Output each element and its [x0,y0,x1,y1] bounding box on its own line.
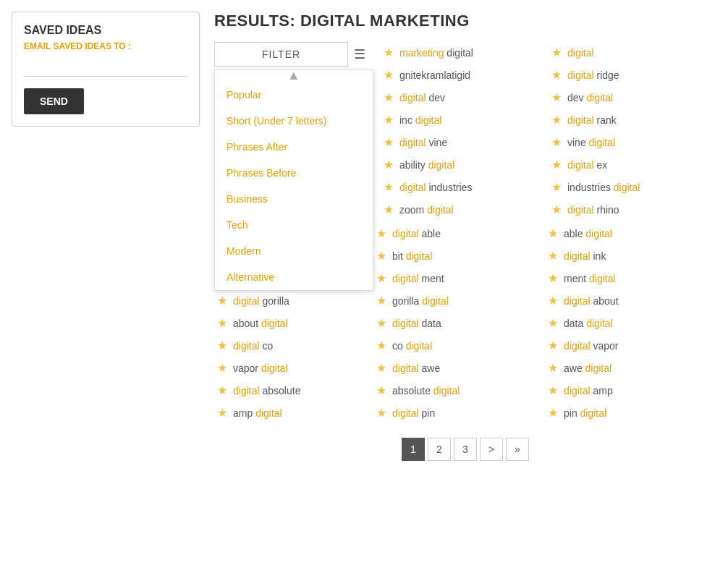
result-text: zoom digital [399,204,454,216]
page-button-next[interactable]: > [480,438,503,461]
page-button-last[interactable]: » [506,438,529,461]
result-text: amp digital [233,407,282,419]
list-item: ★ inc digital [381,109,549,130]
star-icon[interactable]: ★ [217,406,227,420]
filter-option-modern[interactable]: Modern [215,238,373,264]
list-item: ★ data digital [545,313,716,334]
star-icon[interactable]: ★ [384,46,394,59]
star-icon[interactable]: ★ [384,113,394,127]
star-icon[interactable]: ★ [376,316,386,330]
result-text: digital ment [392,273,444,284]
list-item: ★ digital industries [381,177,549,198]
star-icon[interactable]: ★ [376,294,386,307]
star-icon[interactable]: ★ [548,249,558,263]
star-icon[interactable]: ★ [548,361,558,375]
page-button-2[interactable]: 2 [428,438,451,461]
result-text: digital vapor [564,340,619,352]
result-text: ment digital [564,273,616,284]
star-icon[interactable]: ★ [376,249,386,263]
filter-option-phrases-after[interactable]: Phrases After [215,134,373,160]
star-icon[interactable]: ★ [548,383,558,397]
star-icon[interactable]: ★ [551,203,562,216]
star-icon[interactable]: ★ [376,271,386,285]
list-item: ★ bit digital [373,245,545,266]
star-icon[interactable]: ★ [384,158,394,171]
list-item: ★ digital rhino [549,199,716,220]
star-icon[interactable]: ★ [217,361,227,375]
star-icon[interactable]: ★ [548,226,558,240]
page-button-3[interactable]: 3 [454,438,477,461]
list-item: ★ vine digital [549,132,716,153]
result-text: about digital [233,318,288,329]
results-column-2-bottom: ★ digital able ★ bit digital ★ digital m… [373,223,545,423]
result-text: co digital [392,340,432,352]
star-icon[interactable]: ★ [217,339,227,352]
result-text: digital ridge [567,69,619,81]
result-text: digital rhino [567,204,619,216]
list-item: ★ pin digital [545,402,716,423]
star-icon[interactable]: ★ [548,316,558,330]
filter-button[interactable]: FILTER [214,42,348,67]
filter-option-tech[interactable]: Tech [215,212,373,238]
filter-option-short[interactable]: Short (Under 7 letters) [215,108,373,134]
star-icon[interactable]: ★ [217,316,227,330]
star-icon[interactable]: ★ [376,383,386,397]
star-icon[interactable]: ★ [551,180,562,194]
list-item: ★ digital awe [373,357,545,378]
star-icon[interactable]: ★ [376,226,386,240]
email-input[interactable] [24,59,187,77]
filter-option-phrases-before[interactable]: Phrases Before [215,160,373,186]
star-icon[interactable]: ★ [548,271,558,285]
list-item: ★ amp digital [214,402,373,423]
star-icon[interactable]: ★ [551,135,562,149]
star-icon[interactable]: ★ [376,361,386,375]
list-item: ★ dev digital [549,87,716,108]
dropdown-arrow-icon: ▲ [215,69,373,82]
result-text: digital about [564,295,619,307]
filter-option-popular[interactable]: Popular [215,82,373,108]
star-icon[interactable]: ★ [217,294,227,307]
star-icon[interactable]: ★ [551,90,562,104]
result-text: inc digital [399,114,441,126]
result-text: awe digital [564,362,611,374]
star-icon[interactable]: ★ [551,68,562,82]
star-icon[interactable]: ★ [551,113,562,127]
sidebar-title: SAVED IDEAS [24,24,187,37]
results-column-3-top: ★ digital ★ digital ridge ★ dev digital … [549,42,716,220]
star-icon[interactable]: ★ [384,180,394,194]
star-icon[interactable]: ★ [548,294,558,307]
list-item: ★ marketing digital [381,42,549,63]
list-item: ★ ability digital [381,154,549,175]
star-icon[interactable]: ★ [384,203,394,216]
star-icon[interactable]: ★ [384,90,394,104]
result-text: digital ex [567,159,607,171]
menu-icon[interactable]: ☰ [354,46,365,62]
star-icon[interactable]: ★ [384,135,394,149]
result-text: able digital [564,228,612,239]
result-text: digital data [392,318,441,329]
list-item: ★ gorilla digital [373,290,545,311]
saved-ideas-panel: SAVED IDEAS EMAIL SAVED IDEAS TO : SEND [12,12,200,127]
page-button-1[interactable]: 1 [402,438,425,461]
filter-dropdown: ▲ Popular Short (Under 7 letters) Phrase… [214,69,373,291]
filter-section: FILTER ☰ [214,42,373,67]
result-text: digital ink [564,250,606,262]
star-icon[interactable]: ★ [548,339,558,352]
star-icon[interactable]: ★ [551,158,562,171]
star-icon[interactable]: ★ [548,406,558,420]
list-item: ★ about digital [214,313,373,334]
list-item: ★ digital co [214,335,373,356]
list-item: ★ digital ex [549,154,716,175]
filter-option-business[interactable]: Business [215,186,373,212]
star-icon[interactable]: ★ [384,68,394,82]
star-icon[interactable]: ★ [376,406,386,420]
star-icon[interactable]: ★ [217,383,227,397]
star-icon[interactable]: ★ [551,46,562,59]
list-item: ★ digital [549,42,716,63]
filter-option-alternative[interactable]: Alternative [215,264,373,290]
pagination: 1 2 3 > » [214,438,716,461]
result-text: data digital [564,318,613,329]
star-icon[interactable]: ★ [376,339,386,352]
send-button[interactable]: SEND [24,88,84,114]
result-text: gnitekramlatigid [399,69,470,81]
